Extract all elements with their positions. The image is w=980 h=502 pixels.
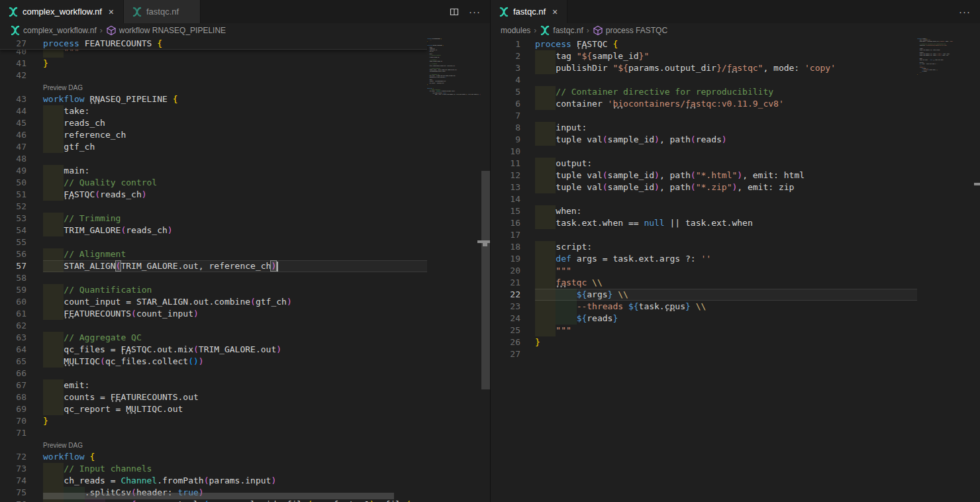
code-line[interactable]: 26}	[491, 336, 917, 348]
code-line[interactable]: 71	[0, 427, 427, 439]
close-icon[interactable]: ×	[106, 7, 117, 17]
more-actions-button[interactable]: ···	[959, 6, 971, 17]
code-line[interactable]: 58	[0, 272, 427, 284]
line-number[interactable]: 11	[491, 158, 520, 170]
code-line[interactable]: 57 STAR_ALIGN(TRIM_GALORE.out, reference…	[0, 260, 427, 272]
code-line[interactable]: 11 output:	[491, 158, 917, 170]
line-number[interactable]: 25	[491, 325, 520, 336]
sticky-scroll-line[interactable]: 27process FEATURECOUNTS {	[0, 38, 427, 50]
code-line[interactable]: 27	[491, 348, 917, 360]
breadcrumb-item-process-fastqc[interactable]: process FASTQC	[593, 25, 667, 36]
code-line[interactable]: 21 fastqc \\	[491, 277, 917, 289]
code-line[interactable]: 5 // Container directive for reproducibi…	[491, 86, 917, 98]
code-line[interactable]: 13 tuple val(sample_id), path("*.zip"), …	[491, 181, 917, 193]
code-line[interactable]: 53 // Trimming	[0, 213, 427, 225]
code-line[interactable]: 56 // Alignment	[0, 248, 427, 260]
line-number[interactable]: 58	[0, 272, 26, 284]
code-line[interactable]: 25 """	[491, 325, 917, 336]
code-line[interactable]: 10	[491, 146, 917, 158]
line-number[interactable]: 76	[0, 499, 26, 502]
line-number[interactable]: 53	[0, 213, 26, 225]
line-number[interactable]: 70	[0, 415, 26, 427]
line-number[interactable]: 18	[491, 241, 520, 253]
code-line[interactable]: 43workflow RNASEQ_PIPELINE {	[0, 93, 427, 105]
code-line[interactable]: 16 task.ext.when == null || task.ext.whe…	[491, 217, 917, 229]
code-line[interactable]: 54 TRIM_GALORE(reads_ch)	[0, 225, 427, 236]
line-number[interactable]: 5	[491, 86, 520, 98]
line-number[interactable]: 54	[0, 225, 26, 236]
code-line[interactable]: 15 when:	[491, 205, 917, 217]
line-number[interactable]: 50	[0, 177, 26, 189]
breadcrumb-item-modules[interactable]: modules	[501, 26, 530, 35]
breadcrumb-item-workflow-rnaseq-pipeline[interactable]: workflow RNASEQ_PIPELINE	[106, 25, 226, 36]
code-line[interactable]: 59 // Quantification	[0, 284, 427, 296]
tab-complex-workflow-nf[interactable]: complex_workflow.nf×	[0, 0, 124, 23]
code-line[interactable]: 23 --threads ${task.cpus} \\	[491, 301, 917, 313]
code-line[interactable]: 44 take:	[0, 105, 427, 117]
code-line[interactable]: 72workflow {	[0, 451, 427, 463]
code-line[interactable]: 4	[491, 74, 917, 86]
minimap[interactable]: process FASTQC { tag "${sample_id}" publ…	[917, 38, 971, 502]
line-number[interactable]: 13	[491, 181, 520, 193]
horizontal-scrollbar[interactable]	[43, 493, 394, 499]
vertical-scrollbar[interactable]	[481, 171, 490, 389]
line-number[interactable]: 52	[0, 201, 26, 213]
code-line[interactable]: 50 // Quality control	[0, 177, 427, 189]
line-number[interactable]: 19	[491, 253, 520, 265]
line-number[interactable]: 67	[0, 379, 26, 391]
line-number[interactable]: 44	[0, 105, 26, 117]
line-number[interactable]: 22	[491, 289, 520, 301]
line-number[interactable]: 2	[491, 50, 520, 62]
line-number[interactable]: 8	[491, 122, 520, 134]
line-number[interactable]: 9	[491, 134, 520, 146]
code-line[interactable]: 63 // Aggregate QC	[0, 332, 427, 344]
line-number[interactable]: 64	[0, 344, 26, 356]
line-number[interactable]: 74	[0, 475, 26, 487]
minimap[interactable]: process FEATURECOUNTS { """}workflow RNA…	[427, 38, 481, 502]
line-number[interactable]: 23	[491, 301, 520, 313]
code-line[interactable]: 7	[491, 110, 917, 122]
code-line[interactable]: 6 container 'biocontainers/fastqc:v0.11.…	[491, 98, 917, 110]
line-number[interactable]: 75	[0, 487, 26, 499]
close-icon[interactable]: ×	[550, 7, 560, 17]
code-line[interactable]: 48	[0, 153, 427, 165]
line-number[interactable]: 63	[0, 332, 26, 344]
code-line[interactable]: 68 counts = FEATURECOUNTS.out	[0, 391, 427, 403]
line-number[interactable]: 43	[0, 93, 26, 105]
breadcrumb-item-fastqc-nf[interactable]: fastqc.nf	[540, 25, 583, 36]
code-line[interactable]: 52	[0, 201, 427, 213]
more-actions-button[interactable]: ···	[469, 6, 481, 17]
line-number[interactable]: 72	[0, 451, 26, 463]
code-line[interactable]: 20 """	[491, 265, 917, 277]
line-number[interactable]: 15	[491, 205, 520, 217]
code-line[interactable]: 47 gtf_ch	[0, 141, 427, 153]
code-line[interactable]: 41}	[0, 58, 427, 70]
code-line[interactable]: 18 script:	[491, 241, 917, 253]
code-line[interactable]: 8 input:	[491, 122, 917, 134]
line-number[interactable]: 55	[0, 236, 26, 248]
line-number[interactable]: 14	[491, 193, 520, 205]
line-number[interactable]: 4	[491, 74, 520, 86]
line-number[interactable]: 6	[491, 98, 520, 110]
code-line[interactable]: 27process FEATURECOUNTS {	[0, 38, 427, 50]
code-line[interactable]: 67 emit:	[0, 379, 427, 391]
code-line[interactable]: 2 tag "${sample_id}"	[491, 50, 917, 62]
code-line[interactable]: 70}	[0, 415, 427, 427]
line-number[interactable]: 73	[0, 463, 26, 475]
codelens-preview-dag[interactable]: Preview DAG	[43, 81, 83, 93]
line-number[interactable]: 61	[0, 308, 26, 320]
code-line[interactable]: 60 count_input = STAR_ALIGN.out.combine(…	[0, 296, 427, 308]
code-line[interactable]: 45 reads_ch	[0, 117, 427, 129]
line-number[interactable]: 71	[0, 427, 26, 439]
line-number[interactable]: 17	[491, 229, 520, 241]
code-line[interactable]: 69 qc_report = MULTIQC.out	[0, 403, 427, 415]
line-number[interactable]: 66	[0, 368, 26, 379]
code-line[interactable]: 3 publishDir "${params.output_dir}/fastq…	[491, 62, 917, 74]
line-number[interactable]: 1	[491, 38, 520, 50]
line-number[interactable]: 41	[0, 58, 26, 70]
line-number[interactable]: 59	[0, 284, 26, 296]
code-line[interactable]: 24 ${reads}	[491, 313, 917, 325]
line-number[interactable]: 26	[491, 336, 520, 348]
code-line[interactable]: 46 reference_ch	[0, 129, 427, 141]
line-number[interactable]: 21	[491, 277, 520, 289]
